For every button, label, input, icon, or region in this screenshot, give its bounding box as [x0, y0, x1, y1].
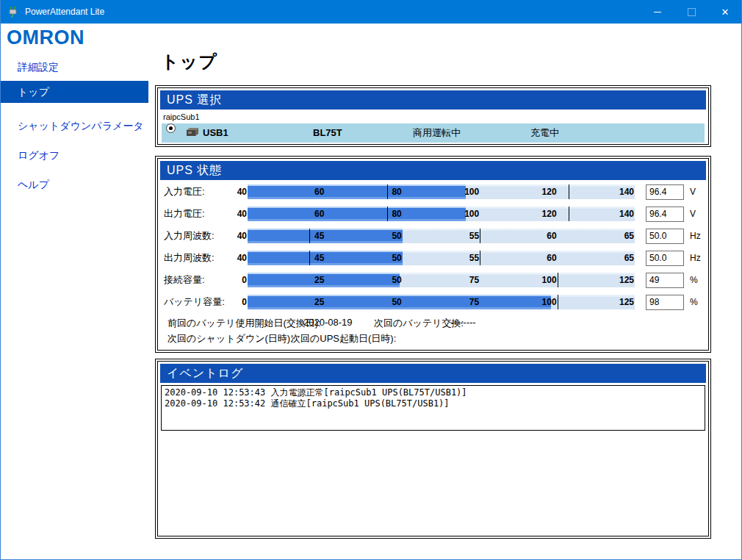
- battery-start-value: 2020-08-19: [303, 317, 353, 328]
- gauge-fill: [248, 184, 466, 199]
- gauge-bar: 406080100120140: [248, 207, 635, 221]
- ups-device-icon: [185, 127, 200, 138]
- gauge-tick: 100: [464, 184, 480, 199]
- agent-name: raipcSub1: [163, 112, 706, 121]
- window-title: PowerAttendant Lite: [25, 7, 641, 17]
- sidebar-item-top[interactable]: トップ: [1, 81, 148, 103]
- gauge-tick: 40: [237, 207, 248, 221]
- gauge-value-field[interactable]: 96.4: [646, 184, 684, 200]
- window-controls: ✕: [641, 0, 742, 24]
- gauge-row: 出力周波数: 404550556065 50.0 Hz: [158, 251, 708, 273]
- threshold-marker-line: [480, 229, 480, 243]
- maximize-button: [674, 0, 708, 24]
- gauge-tick: 75: [469, 273, 480, 287]
- sidebar-item-shutdown-parameters[interactable]: シャットダウンパラメータ: [1, 115, 148, 137]
- gauge-tick: 40: [237, 251, 248, 265]
- maximize-icon: [688, 8, 696, 16]
- threshold-marker-line: [558, 295, 558, 309]
- gauge-bar: 0255075100125: [248, 273, 635, 287]
- ups-select-panel: UPS 選択 raipcSub1 USB1 BL75T 商用運転中 充電中: [155, 85, 711, 147]
- sidebar-item-help[interactable]: ヘルプ: [1, 173, 148, 195]
- gauge-row: 入力周波数: 404550556065 50.0 Hz: [158, 229, 708, 251]
- gauge-tick: 50: [392, 251, 402, 265]
- log-entry: 2020-09-10 12:53:42 通信確立[raipcSub1 UPS(B…: [165, 398, 702, 409]
- gauge-tick: 60: [547, 251, 557, 265]
- sidebar-item-advanced-settings[interactable]: 詳細設定: [1, 56, 148, 78]
- ups-status-panel: UPS 状態 入力電圧: 406080100120140 96.4 V 出力電圧…: [155, 156, 711, 353]
- event-log-box[interactable]: 2020-09-10 12:53:43 入力電源正常[raipcSub1 UPS…: [161, 385, 705, 431]
- gauge-fill: [248, 207, 466, 221]
- ups-radio-selected[interactable]: [166, 123, 176, 133]
- gauge-label: バッテリ容量:: [164, 295, 225, 309]
- gauge-label: 入力電圧:: [164, 184, 205, 199]
- gauge-tick: 0: [242, 273, 248, 287]
- gauge-row: バッテリ容量: 0255075100125 98 %: [158, 295, 708, 317]
- gauge-tick: 125: [619, 295, 635, 309]
- gauge-tick: 140: [619, 207, 635, 221]
- gauge-value-field[interactable]: 96.4: [646, 207, 684, 222]
- gauge-value-field[interactable]: 98: [646, 295, 684, 310]
- gauge-tick: 50: [392, 273, 402, 287]
- gauge-unit: Hz: [690, 229, 701, 243]
- gauge-bar: 404550556065: [248, 251, 635, 265]
- gauge-tick: 25: [314, 273, 325, 287]
- threshold-marker-line: [569, 207, 569, 221]
- close-icon: ✕: [721, 7, 730, 17]
- ups-model: BL75T: [313, 123, 342, 143]
- ups-battery-status: 充電中: [530, 123, 559, 143]
- gauge-tick: 0: [242, 295, 248, 309]
- log-entry: 2020-09-10 12:53:43 入力電源正常[raipcSub1 UPS…: [165, 387, 702, 398]
- gauge-value-field[interactable]: 50.0: [646, 229, 684, 244]
- gauge-tick: 80: [392, 207, 402, 221]
- gauge-unit: %: [690, 273, 698, 287]
- ups-row[interactable]: USB1 BL75T 商用運転中 充電中: [162, 123, 705, 143]
- gauge-row: 接続容量: 0255075100125 49 %: [158, 273, 708, 295]
- gauge-tick: 40: [237, 229, 248, 243]
- gauge-tick: 25: [314, 295, 325, 309]
- gauge-label: 入力周波数:: [164, 229, 215, 243]
- ups-name: USB1: [203, 123, 228, 143]
- threshold-marker-line: [387, 207, 388, 221]
- gauge-value-field[interactable]: 50.0: [646, 251, 684, 266]
- battery-info-line: 前回のバッテリ使用開始日(交換日): 2020-08-19 次回のバッテリ交換:…: [158, 317, 708, 329]
- gauge-tick: 55: [469, 229, 480, 243]
- gauge-unit: V: [690, 184, 696, 199]
- next-ups-boot-label: 次回のUPS起動日(日時):: [291, 332, 396, 345]
- gauge-tick: 120: [542, 184, 558, 199]
- gauge-tick: 100: [542, 273, 558, 287]
- omron-logo: OMRON: [7, 26, 149, 49]
- event-log-header: イベントログ: [160, 364, 706, 383]
- gauge-unit: Hz: [690, 251, 701, 265]
- gauge-bar: 0255075100125: [248, 295, 635, 309]
- titlebar[interactable]: PowerAttendant Lite ✕: [0, 0, 742, 24]
- gauge-tick: 65: [624, 229, 635, 243]
- gauge-tick: 100: [464, 207, 480, 221]
- gauge-unit: V: [690, 207, 696, 221]
- gauge-bar: 404550556065: [248, 229, 635, 243]
- gauge-list: 入力電圧: 406080100120140 96.4 V 出力電圧: 40608…: [158, 184, 708, 317]
- main-content: トップ UPS 選択 raipcSub1 USB1 BL75T 商用運転中: [149, 24, 741, 559]
- ups-select-header: UPS 選択: [160, 90, 706, 110]
- gauge-tick: 80: [392, 184, 402, 199]
- gauge-tick: 50: [392, 295, 402, 309]
- battery-next-value: --------: [450, 317, 476, 328]
- gauge-tick: 75: [469, 295, 480, 309]
- gauge-tick: 45: [314, 229, 325, 243]
- threshold-marker-line: [569, 184, 569, 199]
- gauge-row: 出力電圧: 406080100120140 96.4 V: [158, 207, 708, 229]
- gauge-tick: 45: [314, 251, 325, 265]
- battery-start-label: 前回のバッテリ使用開始日(交換日):: [168, 317, 321, 330]
- minimize-icon: [654, 12, 661, 12]
- gauge-label: 出力電圧:: [164, 207, 205, 221]
- sidebar-item-logoff[interactable]: ログオフ: [1, 144, 148, 166]
- minimize-button[interactable]: [641, 0, 674, 24]
- gauge-fill: [248, 229, 403, 243]
- gauge-row: 入力電圧: 406080100120140 96.4 V: [158, 184, 708, 207]
- close-button[interactable]: ✕: [708, 0, 742, 24]
- gauge-value-field[interactable]: 49: [646, 273, 684, 288]
- gauge-tick: 125: [619, 273, 635, 287]
- ups-status-header: UPS 状態: [160, 161, 706, 180]
- threshold-marker-line: [309, 251, 310, 265]
- threshold-marker-line: [558, 273, 558, 287]
- gauge-bar: 406080100120140: [248, 184, 635, 199]
